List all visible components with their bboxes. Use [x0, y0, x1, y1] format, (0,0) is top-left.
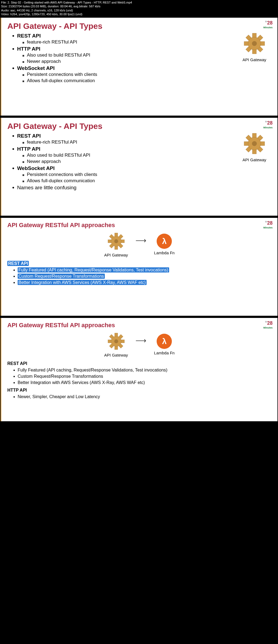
list-item: Also used to build RESTful API: [23, 52, 271, 58]
list-item: Allows full-duplex communication: [23, 78, 271, 83]
architecture-diagram: API Gateway ⟶ λ Lambda Fn: [7, 231, 271, 257]
api-gateway-icon: [106, 231, 126, 251]
apigw-label: API Gateway: [104, 253, 128, 257]
rest-api-section: REST API: [7, 361, 271, 366]
arrow-icon: ⟶: [135, 236, 146, 245]
meta-file: File: 2. Step 02 - Getting started with …: [1, 1, 277, 4]
slide-1: In28 Minutes API Gateway API Gateway - A…: [1, 18, 277, 116]
logo-28minutes: In28 Minutes: [263, 221, 273, 229]
lambda-label: Lambda Fn: [154, 250, 175, 255]
list-item: Custom Request/Response Transformations: [13, 274, 271, 279]
slide-3: In28 Minutes API Gateway RESTful API app…: [1, 218, 277, 316]
video-metadata: File: 2. Step 02 - Getting started with …: [0, 0, 278, 17]
logo-28minutes: In28 Minutes: [263, 20, 273, 29]
meta-audio: Audio: aac, 44100 Hz, 2 channels, s16, 1…: [1, 8, 277, 12]
confusing-note: Names are little confusing: [17, 185, 77, 190]
lambda-icon: λ: [157, 234, 172, 249]
http-api-section: HTTP API: [7, 388, 271, 393]
apigw-label: API Gateway: [104, 353, 128, 357]
slide-title: API Gateway RESTful API approaches: [7, 222, 271, 229]
http-api-header: HTTP API: [17, 46, 40, 52]
lambda-label: Lambda Fn: [154, 351, 175, 355]
list-item: feature-rich RESTful API: [23, 39, 271, 45]
logo-28minutes: In28 Minutes: [263, 120, 273, 129]
websocket-api-header: WebSocket API: [17, 65, 55, 71]
list-item: Custom Request/Response Transformations: [13, 374, 271, 379]
meta-size: Size: 21002704 bytes (20.03 MiB), durati…: [1, 4, 277, 8]
rest-api-section: REST API: [7, 261, 271, 266]
list-item: Fully Featured (API caching, Request/Res…: [13, 268, 271, 273]
arrow-icon: ⟶: [135, 336, 146, 345]
slide-title: API Gateway - API Types: [7, 21, 271, 31]
slide-title: API Gateway - API Types: [7, 122, 271, 131]
websocket-api-header: WebSocket API: [17, 165, 55, 171]
list-item: Also used to build RESTful API: [23, 153, 271, 158]
http-api-header: HTTP API: [17, 146, 40, 152]
rest-api-header: REST API: [17, 33, 41, 39]
list-item: Fully Featured (API caching, Request/Res…: [13, 368, 271, 373]
logo-28minutes: In28 Minutes: [263, 321, 273, 329]
list-item: Newer, Simpler, Cheaper and Low Latency: [13, 394, 271, 399]
architecture-diagram: API Gateway ⟶ λ Lambda Fn: [7, 332, 271, 357]
slide-4: In28 Minutes API Gateway RESTful API app…: [1, 318, 277, 421]
list-item: Persistent connections with clients: [23, 72, 271, 77]
list-item: Newer approach: [23, 59, 271, 64]
lambda-icon: λ: [157, 334, 172, 349]
slide-2: In28 Minutes API Gateway API Gateway - A…: [1, 118, 277, 216]
meta-video: Video: h264, yuv420p, 1280x720, 450 kb/s…: [1, 12, 277, 16]
rest-api-header: REST API: [17, 133, 41, 139]
list-item: Better Integration with AWS Services (AW…: [13, 380, 271, 385]
slide-title: API Gateway RESTful API approaches: [7, 322, 271, 329]
list-item: feature-rich RESTful API: [23, 140, 271, 145]
list-item: Allows full-duplex communication: [23, 178, 271, 184]
api-gateway-icon: [106, 332, 126, 351]
list-item: Newer approach: [23, 159, 271, 164]
list-item: Persistent connections with clients: [23, 172, 271, 177]
list-item: Better Integration with AWS Services (AW…: [13, 280, 271, 285]
